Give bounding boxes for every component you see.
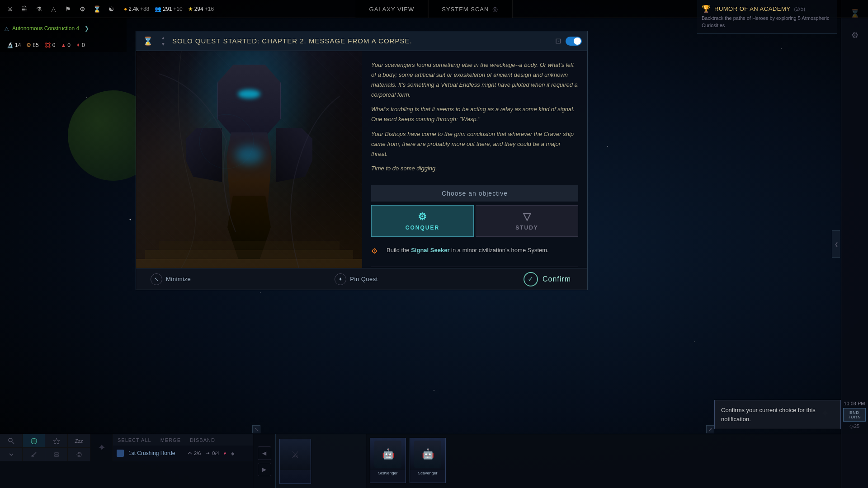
pop-stat: ✦ 0	[76, 42, 85, 48]
stats-row: 🔬 14 ⚙ 85 💢 0 ▲ 0 ✦ 0	[0, 38, 127, 52]
settings-right-icon[interactable]: ⚙	[846, 26, 864, 44]
big-compass-icon[interactable]: ✦	[98, 442, 106, 454]
select-all-label[interactable]: SELECT ALL	[118, 437, 151, 443]
unit-heart-stat: ♥	[224, 451, 226, 456]
conquer-button[interactable]: ⚙ CONQUER	[371, 205, 474, 237]
pin-quest-button[interactable]: ✦ Pin Quest	[329, 270, 383, 289]
unit-thumbnail[interactable]: ⚔	[279, 439, 311, 484]
heart-icon: ♥	[224, 451, 226, 456]
unit-diamond-stat: ◆	[231, 451, 235, 456]
scroll-left-arrow[interactable]: ◀	[258, 446, 271, 460]
svg-rect-7	[54, 453, 59, 454]
quest-desc-1: Your scavengers found something else in …	[371, 60, 578, 100]
study-button[interactable]: ▽ STUDY	[476, 205, 578, 237]
layers-icon	[53, 451, 60, 458]
quest-arrows: ▲ ▼	[159, 35, 168, 47]
star-action[interactable]	[45, 434, 67, 448]
objective-section: Choose an objective ⚙ CONQUER ▽ STUDY ⚙ …	[371, 185, 578, 268]
quest-footer: ⤡ Minimize ✦ Pin Quest ✓ Confirm	[136, 268, 587, 290]
sword-action[interactable]	[23, 448, 45, 461]
end-turn-area: 10:03 PM END TURN ◎25	[843, 401, 866, 429]
objective-header: Choose an objective	[371, 185, 578, 202]
gear-icon[interactable]: ⚙	[77, 4, 88, 14]
food-icon: 👥	[155, 6, 161, 12]
expand-corner-left[interactable]: ⤡	[252, 425, 260, 433]
expand-corner-right[interactable]: ⤢	[706, 425, 714, 433]
bottom-middle-nav: ◀ ▶	[253, 434, 276, 488]
minimize-icon: ⤡	[151, 273, 162, 285]
quest-title: SOLO QUEST STARTED: CHAPTER 2. MESSAGE F…	[172, 37, 412, 45]
conquer-icon: ⚙	[418, 211, 427, 223]
science-icon: 🔬	[7, 42, 14, 48]
scavenger-image-2: 🤖	[410, 438, 445, 470]
sleep-action[interactable]: Zzz	[68, 434, 90, 448]
quest-description: Your scavengers found something else in …	[371, 60, 578, 178]
unit-card-image: ⚔	[280, 439, 311, 470]
disband-label[interactable]: DISBAND	[190, 437, 215, 443]
expand-icon[interactable]: ⊡	[555, 37, 561, 45]
filter-action-2[interactable]	[0, 448, 22, 461]
unit-list-section: SELECT ALL MERGE DISBAND 1st Crushing Ho…	[113, 434, 253, 461]
scavenger-figure-2: 🤖	[414, 441, 441, 468]
top-bar: ⚔ 🏛 ⚗ △ ⚑ ⚙ ⌛ ☯ ● 2.4k +88 👥 291 +10 ★ 2…	[0, 0, 868, 18]
shield-icon[interactable]: ☯	[106, 4, 117, 14]
quest-toggle[interactable]	[566, 37, 582, 46]
arrow-up[interactable]: ▲	[159, 35, 168, 41]
merge-label[interactable]: MERGE	[160, 437, 181, 443]
diamond-icon: ◆	[231, 451, 235, 456]
scavenger-label-2: Scavenger	[410, 470, 445, 476]
quest-text-area: Your scavengers found something else in …	[362, 51, 587, 268]
unit-icon	[117, 450, 124, 457]
pyramid-icon[interactable]: △	[48, 4, 59, 14]
signal-seeker-highlight: Signal Seeker	[411, 247, 449, 253]
scavenger-figure-1: 🤖	[374, 441, 401, 468]
quest-header-right: ⊡	[555, 37, 582, 46]
unit-name[interactable]: 1st Crushing Horde	[128, 450, 183, 456]
industry-icon: ⚙	[26, 42, 31, 48]
construction-label[interactable]: Autonomous Construction 4	[12, 25, 79, 32]
sleep-label: Zzz	[75, 438, 83, 444]
study-icon: ▽	[523, 211, 531, 223]
top-bar-icons: ⚔ 🏛 ⚗ △ ⚑ ⚙ ⌛ ☯ ● 2.4k +88 👥 291 +10 ★ 2…	[5, 4, 214, 14]
bottom-left: Zzz ✦ SELECT ALL M	[0, 434, 253, 488]
arrow-down[interactable]: ▼	[159, 42, 168, 47]
minimize-button[interactable]: ⤡ Minimize	[145, 270, 196, 289]
quest-desc-2: What's troubling is that it seems to be …	[371, 104, 578, 124]
confirm-button[interactable]: ✓ Confirm	[516, 268, 578, 290]
scroll-right-arrow[interactable]: ▶	[258, 463, 271, 476]
rumor-icon: 🏆	[702, 5, 711, 13]
scavenger-card-1[interactable]: 🤖 Scavenger	[370, 438, 406, 483]
clock-time: 10:03 PM	[844, 401, 865, 406]
building-icon[interactable]: 🏛	[19, 4, 30, 14]
layers-action[interactable]	[45, 448, 67, 461]
galaxy-view-button[interactable]: GALAXY VIEW	[356, 0, 429, 18]
side-expand-button[interactable]: ❮	[832, 230, 840, 258]
svg-marker-6	[53, 438, 60, 444]
gold-stat: 💢 0	[44, 42, 56, 48]
scan-icon: ◎	[492, 5, 498, 13]
shield-action[interactable]	[23, 434, 45, 448]
construction-chevron: ❯	[85, 25, 89, 32]
construction-icon: △	[5, 25, 9, 32]
svg-point-10	[78, 453, 79, 454]
svg-point-2	[9, 438, 12, 442]
scavenger-card-2[interactable]: 🤖 Scavenger	[410, 438, 446, 483]
face-icon	[76, 451, 82, 458]
rumor-description: Backtrack the paths of Heroes by explori…	[702, 15, 833, 29]
flag-icon[interactable]: ⚑	[62, 4, 73, 14]
objective-detail: ⚙ Build the Signal Seeker in a minor civ…	[371, 242, 578, 261]
objective-detail-icon: ⚙	[371, 247, 382, 258]
resource-icon[interactable]: ⚗	[33, 4, 44, 14]
face-action[interactable]	[68, 448, 90, 461]
sword-icon	[31, 451, 37, 458]
unit-move-stat: 2/6	[187, 450, 201, 456]
hourglass-icon[interactable]: ⌛	[91, 4, 102, 14]
filter-action-1[interactable]	[0, 434, 22, 448]
search-icon	[8, 437, 15, 445]
helmet-icon[interactable]: ⚔	[5, 4, 15, 14]
unit-filter-area	[0, 434, 23, 461]
right-panel: ⌛ ⚙ 10:03 PM END TURN ◎25	[841, 0, 868, 488]
science-stat: 🔬 14	[7, 42, 21, 48]
end-turn-button[interactable]: END TURN	[843, 408, 866, 422]
system-scan-button[interactable]: SYSTEM SCAN ◎	[428, 0, 512, 18]
